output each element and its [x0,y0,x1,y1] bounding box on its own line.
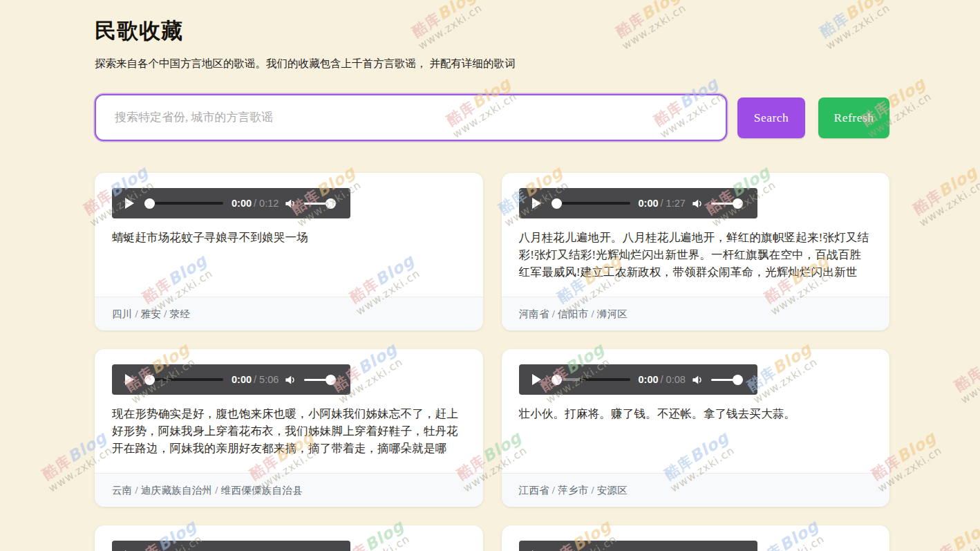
watermark-name: Blog [894,428,939,466]
watermark-name: Blog [977,339,980,377]
volume-slider[interactable] [304,375,336,385]
duration: / 5:06 [254,374,279,385]
audio-player[interactable]: 0:00/ 0:12 [112,188,350,218]
watermark-url: www.zxki.cn [918,178,980,229]
audio-player[interactable]: 0:00/ 5:06 [112,364,350,395]
watermark-brand: 酷库 [952,364,980,394]
lyrics-text: 蜻蜓赶市场花蚊子寻娘寻不到娘哭一场 [112,229,466,246]
song-card [502,525,890,551]
current-time: 0:00 [639,198,659,209]
seek-thumb[interactable] [144,375,155,385]
song-card: 0:00/ 0:12 蜻蜓赶市场花蚊子寻娘寻不到娘哭一场 四川 / 雅安 / 荥… [95,173,483,330]
watermark-name: Blog [935,162,980,200]
play-icon[interactable] [125,198,134,209]
volume-slider[interactable] [304,198,336,209]
volume-thumb[interactable] [733,198,743,209]
audio-player[interactable]: 0:00/ 0:08 [519,364,757,395]
play-icon[interactable] [532,374,541,385]
location-text: 河南省 / 信阳市 / 浉河区 [519,308,628,321]
speaker-icon[interactable] [284,373,297,386]
volume-thumb[interactable] [733,375,743,385]
speaker-icon[interactable] [284,197,297,210]
search-button[interactable]: Search [737,97,805,138]
location-footer: 云南 / 迪庆藏族自治州 / 维西傈僳族自治县 [95,473,483,507]
duration: / 0:08 [661,374,686,385]
audio-player[interactable] [519,541,757,551]
location-text: 四川 / 雅安 / 荥经 [112,308,190,321]
location-text: 江西省 / 萍乡市 / 安源区 [519,484,628,497]
lyrics-text: 八月桂花儿遍地开。八月桂花儿遍地开，鲜红的旗帜竖起来!张灯又结彩!张灯又结彩!光… [519,229,873,281]
seek-thumb[interactable] [552,198,562,209]
seek-track[interactable] [155,378,223,381]
watermark: 酷库Blogwww.zxki.cn [924,518,980,551]
play-icon[interactable] [532,198,541,209]
audio-player[interactable] [112,541,350,551]
song-card: 0:00/ 1:27 八月桂花儿遍地开。八月桂花儿遍地开，鲜红的旗帜竖起来!张灯… [502,173,890,330]
seek-thumb[interactable] [144,198,155,209]
song-card-grid: 0:00/ 0:12 蜻蜓赶市场花蚊子寻娘寻不到娘哭一场 四川 / 雅安 / 荥… [95,173,889,551]
location-footer: 河南省 / 信阳市 / 浉河区 [502,297,890,330]
volume-thumb[interactable] [326,375,336,385]
volume-slider[interactable] [711,375,743,385]
main-container: 民歌收藏 探索来自各个中国方言地区的歌谣。我们的收藏包含上千首方言歌谣， 并配有… [95,0,889,551]
current-time: 0:00 [232,374,252,385]
watermark-name: Blog [883,74,929,112]
watermark: 酷库Blogwww.zxki.cn [910,164,980,227]
song-card: 0:00/ 5:06 现在形势确实是好，腹也饱来床也暖，小阿妹我们姊妹忘不了，赶… [95,349,483,507]
lyrics-text: 现在形势确实是好，腹也饱来床也暖，小阿妹我们姊妹忘不了，赶上好形势，阿妹我身上穿… [112,405,466,457]
song-card: 0:00/ 0:08 壮小伙。打麻将。赚了钱。不还帐。拿了钱去买大蒜。 江西省 … [502,349,890,507]
seek-track[interactable] [562,378,630,381]
volume-slider[interactable] [711,198,743,209]
search-input[interactable] [95,94,727,141]
watermark-url: www.zxki.cn [932,532,980,551]
duration: / 1:27 [661,198,686,209]
watermark-brand: 酷库 [910,187,945,217]
watermark-brand: 酷库 [39,452,74,483]
refresh-button[interactable]: Refresh [818,97,889,138]
time-display: 0:00/ 5:06 [232,374,274,385]
page-subtitle: 探索来自各个中国方言地区的歌谣。我们的收藏包含上千首方言歌谣， 并配有详细的歌词 [95,57,889,71]
seek-track[interactable] [155,202,223,205]
watermark-url: www.zxki.cn [959,355,980,406]
seek-thumb[interactable] [552,375,562,385]
time-display: 0:00/ 0:12 [232,198,274,209]
location-footer: 江西省 / 萍乡市 / 安源区 [502,473,890,507]
page-title: 民歌收藏 [95,19,889,43]
location-footer: 四川 / 雅安 / 荥经 [95,297,483,330]
watermark-name: Blog [949,516,980,551]
duration: / 0:12 [254,198,279,209]
seek-track[interactable] [562,202,630,205]
current-time: 0:00 [232,198,252,209]
time-display: 0:00/ 1:27 [639,198,681,209]
lyrics-text: 壮小伙。打麻将。赚了钱。不还帐。拿了钱去买大蒜。 [519,405,873,422]
seek-slider[interactable] [552,375,630,385]
search-row: Search Refresh [95,94,889,141]
seek-slider[interactable] [144,198,223,209]
play-icon[interactable] [125,374,134,385]
current-time: 0:00 [639,374,659,385]
speaker-icon[interactable] [691,197,704,210]
song-card [95,525,483,551]
speaker-icon[interactable] [691,373,704,386]
location-text: 云南 / 迪庆藏族自治州 / 维西傈僳族自治县 [112,484,303,497]
seek-slider[interactable] [144,375,223,385]
watermark: 酷库Blogwww.zxki.cn [952,341,980,404]
audio-player[interactable]: 0:00/ 1:27 [519,188,757,218]
time-display: 0:00/ 0:08 [639,374,681,385]
seek-slider[interactable] [552,198,630,209]
volume-thumb[interactable] [326,198,336,209]
watermark-brand: 酷库 [924,541,959,551]
